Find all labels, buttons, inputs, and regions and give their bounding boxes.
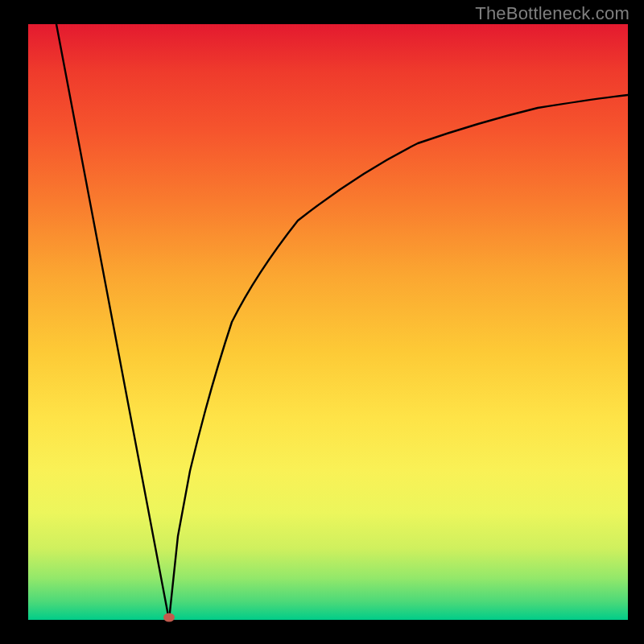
optimal-point-marker xyxy=(163,613,175,622)
plot-area xyxy=(28,24,628,620)
watermark-text: TheBottleneck.com xyxy=(475,3,630,24)
curve-left-segment xyxy=(56,24,169,620)
bottleneck-curve xyxy=(28,24,628,620)
chart-frame: TheBottleneck.com xyxy=(0,0,644,644)
curve-right-segment xyxy=(169,95,628,620)
